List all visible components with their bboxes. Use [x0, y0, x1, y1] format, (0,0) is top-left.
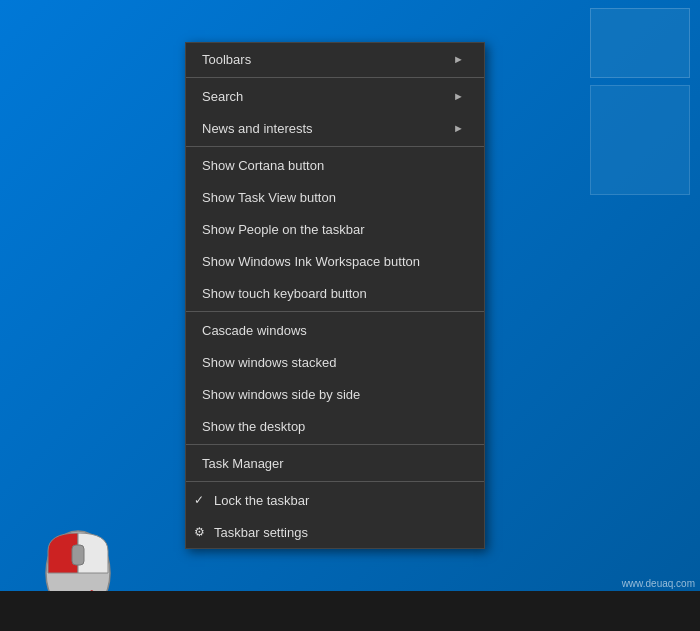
watermark: www.deuaq.com: [622, 578, 695, 589]
menu-item-lock-taskbar[interactable]: ✓ Lock the taskbar: [186, 484, 484, 516]
menu-item-toolbars[interactable]: Toolbars ►: [186, 43, 484, 75]
context-menu: Toolbars ► Search ► News and interests ►…: [185, 42, 485, 549]
separator-3: [186, 311, 484, 312]
separator-5: [186, 481, 484, 482]
taskbar[interactable]: [0, 591, 700, 631]
menu-item-touch-keyboard[interactable]: Show touch keyboard button: [186, 277, 484, 309]
arrow-icon-search: ►: [453, 90, 464, 102]
menu-item-taskbar-settings[interactable]: ⚙ Taskbar settings: [186, 516, 484, 548]
menu-item-cortana[interactable]: Show Cortana button: [186, 149, 484, 181]
menu-item-task-manager[interactable]: Task Manager: [186, 447, 484, 479]
separator-2: [186, 146, 484, 147]
gear-icon: ⚙: [194, 525, 210, 539]
svg-rect-1: [72, 545, 84, 565]
menu-item-side-by-side[interactable]: Show windows side by side: [186, 378, 484, 410]
menu-item-news[interactable]: News and interests ►: [186, 112, 484, 144]
separator-1: [186, 77, 484, 78]
arrow-icon: ►: [453, 53, 464, 65]
menu-item-show-desktop[interactable]: Show the desktop: [186, 410, 484, 442]
separator-4: [186, 444, 484, 445]
desktop: Toolbars ► Search ► News and interests ►…: [0, 0, 700, 631]
arrow-icon-news: ►: [453, 122, 464, 134]
desktop-window-1: [590, 8, 690, 78]
menu-item-ink-workspace[interactable]: Show Windows Ink Workspace button: [186, 245, 484, 277]
menu-item-people[interactable]: Show People on the taskbar: [186, 213, 484, 245]
menu-item-task-view[interactable]: Show Task View button: [186, 181, 484, 213]
checkmark-icon: ✓: [194, 493, 210, 507]
desktop-window-2: [590, 85, 690, 195]
menu-item-stacked[interactable]: Show windows stacked: [186, 346, 484, 378]
menu-item-cascade[interactable]: Cascade windows: [186, 314, 484, 346]
menu-item-search[interactable]: Search ►: [186, 80, 484, 112]
